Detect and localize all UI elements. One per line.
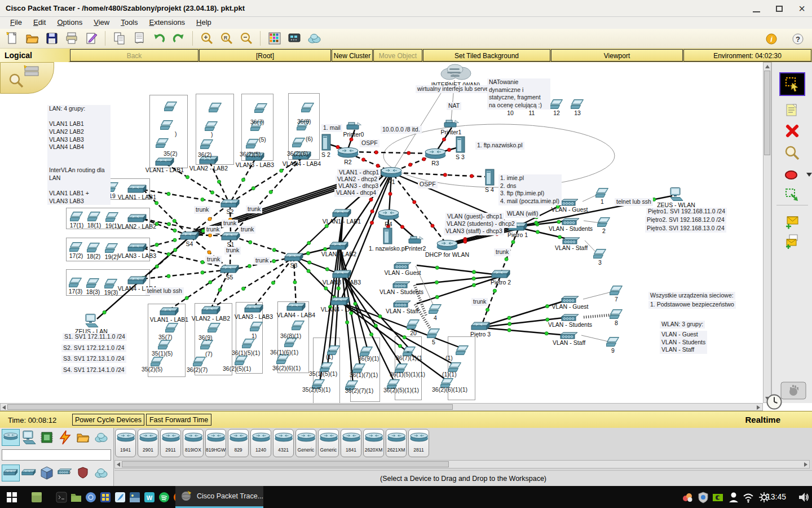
device-laptop[interactable] xyxy=(200,139,214,151)
device-server[interactable] xyxy=(456,136,465,155)
palette-device-1240[interactable]: 1240 xyxy=(250,429,271,457)
notifications-icon[interactable] xyxy=(680,490,695,505)
canvas-vscrollbar[interactable] xyxy=(763,62,771,403)
save-icon[interactable] xyxy=(42,30,61,47)
network-view-icon[interactable] xyxy=(304,30,324,47)
device-laptop[interactable] xyxy=(160,120,174,132)
palette-device-2911[interactable]: 2911 xyxy=(160,429,181,457)
scroll-right-icon[interactable] xyxy=(757,405,760,410)
category-security[interactable] xyxy=(74,465,91,481)
device-laptop[interactable] xyxy=(292,138,306,150)
device-laptop[interactable] xyxy=(292,321,305,332)
environment-button[interactable]: Environment: 04:02:30 xyxy=(683,49,811,62)
device-cloud[interactable] xyxy=(439,63,472,83)
menu-help[interactable]: Help xyxy=(191,17,217,29)
back-button[interactable]: Back xyxy=(70,49,198,62)
note-editor-icon[interactable] xyxy=(81,30,101,47)
palette-device-Generic[interactable]: Generic xyxy=(295,429,316,457)
shape-dropdown-icon[interactable] xyxy=(806,173,812,177)
close-icon[interactable]: × xyxy=(798,5,805,12)
resize-tool[interactable] xyxy=(780,185,804,206)
select-tool[interactable] xyxy=(780,73,804,95)
new-cluster-button[interactable]: New Cluster xyxy=(332,49,373,62)
category-cloud[interactable] xyxy=(92,465,109,481)
new-file-icon[interactable] xyxy=(2,30,22,47)
device-laptop[interactable] xyxy=(165,323,179,335)
fast-forward-time-button[interactable]: Fast Forward Time xyxy=(146,414,211,426)
device-laptop[interactable] xyxy=(156,138,169,150)
category-end-devices[interactable] xyxy=(20,430,37,445)
category-folder[interactable] xyxy=(74,430,91,445)
delete-tool[interactable] xyxy=(780,120,804,142)
power-cycle-devices-button[interactable]: Power Cycle Devices xyxy=(72,414,144,426)
palette-device-Generic[interactable]: Generic xyxy=(318,429,339,457)
palette-device-4321[interactable]: 4321 xyxy=(273,429,294,457)
writer-icon[interactable]: W xyxy=(142,490,157,505)
zoom-out-icon[interactable] xyxy=(236,30,256,47)
set-tiled-background-button[interactable]: Set Tiled Background xyxy=(423,49,550,62)
realtime-clock-icon[interactable] xyxy=(766,393,783,413)
help-icon[interactable]: ? xyxy=(788,30,807,47)
device-server[interactable] xyxy=(383,227,392,247)
device-pc[interactable] xyxy=(84,314,99,330)
maximize-icon[interactable] xyxy=(776,6,783,12)
chromium-icon[interactable] xyxy=(83,490,98,505)
viewport-button[interactable]: Viewport xyxy=(551,49,683,62)
draw-shape-tool[interactable] xyxy=(780,165,804,186)
menu-file[interactable]: File xyxy=(5,17,28,29)
file-manager-icon[interactable] xyxy=(29,490,44,505)
color-palette-icon[interactable] xyxy=(264,30,284,47)
category-misc[interactable] xyxy=(38,465,55,481)
palette-device-819HGW[interactable]: 819HGW xyxy=(205,429,226,457)
undo-icon[interactable] xyxy=(149,30,169,47)
zoom-in-icon[interactable] xyxy=(197,30,217,47)
open-file-icon[interactable] xyxy=(22,30,42,47)
palette-device-2620XM[interactable]: 2620XM xyxy=(363,429,384,457)
menu-options[interactable]: Options xyxy=(51,17,88,29)
device-laptop[interactable] xyxy=(250,322,263,334)
palette-device-2901[interactable]: 2901 xyxy=(138,429,158,457)
spotify-icon[interactable] xyxy=(157,490,171,505)
device-server[interactable] xyxy=(485,169,495,188)
custom-device-icon[interactable] xyxy=(284,30,304,47)
add-complex-pdu-tool[interactable] xyxy=(780,230,804,252)
device-laptop[interactable] xyxy=(456,345,469,357)
print-icon[interactable] xyxy=(61,30,81,47)
palette-device-829[interactable]: 829 xyxy=(228,429,249,457)
device-pc[interactable] xyxy=(669,187,683,203)
volume-icon[interactable] xyxy=(796,490,811,505)
category-wan[interactable] xyxy=(92,430,109,445)
wifi-icon[interactable] xyxy=(741,490,756,505)
minimize-icon[interactable] xyxy=(753,5,760,12)
redo-icon[interactable] xyxy=(169,30,188,47)
nvidia-icon[interactable] xyxy=(710,490,725,505)
root-button[interactable]: [Root] xyxy=(199,49,331,62)
security-shield-icon[interactable] xyxy=(696,490,710,505)
canvas-hscrollbar[interactable] xyxy=(0,403,763,411)
cluster-device-icon[interactable] xyxy=(23,65,40,80)
menu-tools[interactable]: Tools xyxy=(115,17,143,29)
zoom-original-icon[interactable]: R xyxy=(217,30,236,47)
category-power[interactable] xyxy=(56,430,73,445)
palette-device-819IOX[interactable]: 819IOX xyxy=(183,429,204,457)
user-icon[interactable] xyxy=(726,490,741,505)
device-laptop[interactable] xyxy=(242,339,255,351)
device-laptop[interactable] xyxy=(301,103,315,115)
category-wireless[interactable] xyxy=(56,465,73,481)
device-laptop[interactable] xyxy=(209,103,222,115)
menu-view[interactable]: View xyxy=(88,17,115,29)
place-note-tool[interactable] xyxy=(780,100,804,121)
paste-icon[interactable] xyxy=(129,30,149,47)
active-task-button[interactable]: Cisco Packet Trace... xyxy=(175,486,263,508)
add-simple-pdu-tool[interactable] xyxy=(780,211,804,232)
palette-device-2811[interactable]: 2811 xyxy=(408,429,429,457)
category-hubs[interactable] xyxy=(20,465,37,481)
logical-workspace[interactable]: INTERNET (WAN)10111213Printer0Printer1Pr… xyxy=(0,62,763,403)
menu-edit[interactable]: Edit xyxy=(28,17,51,29)
desktop-pager-icon[interactable] xyxy=(98,490,113,505)
logical-tab[interactable]: Logical xyxy=(0,49,69,62)
copy-icon[interactable] xyxy=(109,30,129,47)
palette-device-1941[interactable]: 1941 xyxy=(115,429,136,457)
terminal-icon[interactable] xyxy=(54,490,69,505)
device-laptop[interactable] xyxy=(254,103,268,115)
